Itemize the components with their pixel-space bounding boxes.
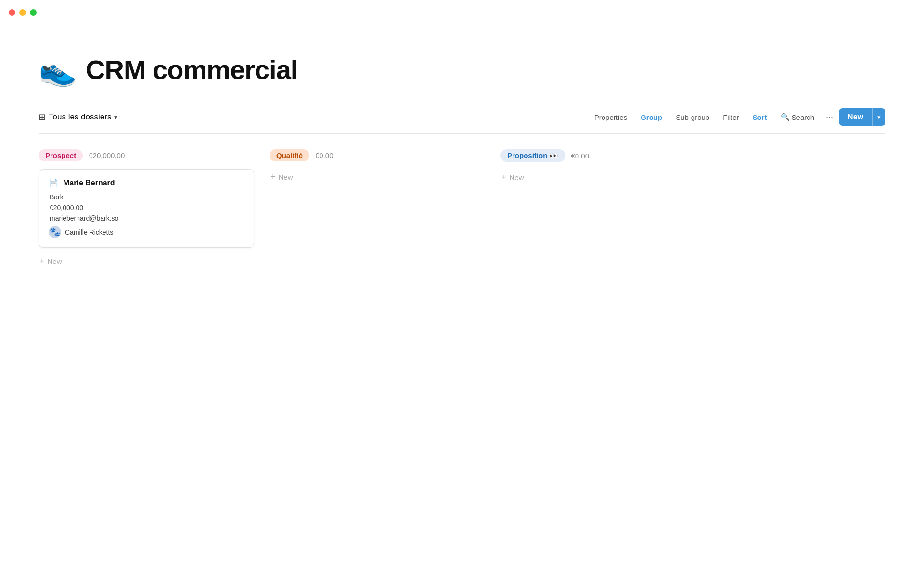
add-new-label: New <box>279 173 293 181</box>
view-label: Tous les dossiers <box>49 112 111 122</box>
page-title: CRM commercial <box>86 54 297 85</box>
view-grid-icon: ⊞ <box>38 112 46 122</box>
properties-button[interactable]: Properties <box>589 110 633 124</box>
document-icon: 📄 <box>49 178 58 187</box>
kanban-col-qualifie: Qualifié €0.00 + New <box>270 149 500 185</box>
search-icon: 🔍 <box>781 113 790 121</box>
page-header: 👟 CRM commercial <box>38 54 886 85</box>
group-button[interactable]: Group <box>635 110 668 124</box>
avatar-emoji: 🐾 <box>50 227 60 237</box>
toolbar-actions: Properties Group Sub-group Filter Sort 🔍… <box>589 108 886 126</box>
new-button[interactable]: New <box>839 109 872 125</box>
col-header-qualifie: Qualifié €0.00 <box>270 149 485 161</box>
card-email: mariebernard@bark.so <box>49 214 244 222</box>
titlebar <box>0 0 924 25</box>
search-button[interactable]: 🔍 Search <box>775 110 821 124</box>
kanban-col-prospect: Prospect €20,000.00 📄 Marie Bernard Bark… <box>38 149 270 269</box>
add-new-label: New <box>510 173 524 182</box>
subgroup-button[interactable]: Sub-group <box>670 110 715 124</box>
avatar: 🐾 <box>49 226 61 238</box>
card-title: Marie Bernard <box>63 179 115 187</box>
card-company: Bark <box>49 193 244 201</box>
maximize-button[interactable] <box>30 9 37 16</box>
add-new-qualifie[interactable]: + New <box>270 169 485 185</box>
col-header-proposition: Proposition 👀 €0.00 <box>500 149 716 162</box>
toolbar: ⊞ Tous les dossiers ▾ Properties Group S… <box>38 108 886 134</box>
kanban-card-marie[interactable]: 📄 Marie Bernard Bark €20,000.00 marieber… <box>38 169 254 248</box>
card-assignee: 🐾 Camille Ricketts <box>49 226 244 238</box>
add-new-prospect[interactable]: + New <box>38 253 254 269</box>
col-amount-qualifie: €0.00 <box>315 151 334 159</box>
col-tag-proposition: Proposition 👀 <box>500 149 565 162</box>
add-new-proposition[interactable]: + New <box>500 170 716 185</box>
col-tag-qualifie: Qualifié <box>270 149 309 161</box>
kanban-board: Prospect €20,000.00 📄 Marie Bernard Bark… <box>38 149 886 269</box>
card-amount: €20,000.00 <box>49 204 244 211</box>
new-button-dropdown[interactable]: ▾ <box>873 110 886 125</box>
page-content: 👟 CRM commercial ⊞ Tous les dossiers ▾ P… <box>0 25 924 289</box>
add-plus-icon: + <box>501 172 507 183</box>
view-selector[interactable]: ⊞ Tous les dossiers ▾ <box>38 112 117 122</box>
add-plus-icon: + <box>39 256 45 266</box>
col-header-prospect: Prospect €20,000.00 <box>38 149 254 161</box>
new-button-group[interactable]: New ▾ <box>839 108 886 126</box>
more-options-button[interactable]: ··· <box>822 109 837 125</box>
add-plus-icon: + <box>270 172 276 182</box>
col-amount-prospect: €20,000.00 <box>89 151 125 159</box>
minimize-button[interactable] <box>19 9 26 16</box>
kanban-col-proposition: Proposition 👀 €0.00 + New <box>500 149 732 185</box>
add-new-label: New <box>48 257 62 265</box>
chevron-down-icon: ▾ <box>114 113 117 121</box>
page-icon: 👟 <box>38 54 77 85</box>
card-title-row: 📄 Marie Bernard <box>49 178 244 187</box>
close-button[interactable] <box>9 9 15 16</box>
col-amount-proposition: €0.00 <box>571 152 590 160</box>
col-tag-prospect: Prospect <box>38 149 83 161</box>
search-label: Search <box>792 113 815 121</box>
assignee-name: Camille Ricketts <box>65 228 113 236</box>
sort-button[interactable]: Sort <box>747 110 773 124</box>
filter-button[interactable]: Filter <box>717 110 744 124</box>
